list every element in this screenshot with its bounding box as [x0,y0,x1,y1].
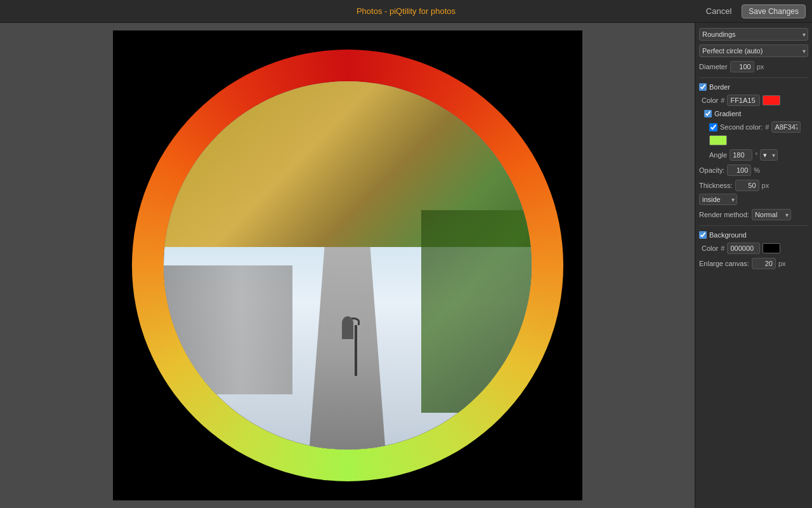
toolbar-right: Cancel Save Changes [701,0,806,22]
right-panel: Roundings Perfect circle (auto) Custom R… [695,23,812,508]
thickness-unit: px [762,182,769,189]
second-color-row: Second color: # [709,121,808,145]
border-checkbox-row: Border [699,83,808,91]
roundings-select[interactable]: Roundings [699,28,808,41]
person-silhouette [342,316,353,339]
diameter-label: Diameter [699,63,728,70]
window-title: Photos - piQtility for photos [357,6,455,16]
render-method-row: Render method: Normal Multiply Screen Ov… [699,209,808,220]
opacity-input[interactable] [727,164,751,176]
enlarge-canvas-input[interactable] [752,258,776,269]
bg-color-label: Color [702,244,718,252]
separator-1 [699,77,808,78]
circle-frame [132,50,563,481]
render-select[interactable]: Normal Multiply Screen Overlay [752,209,791,220]
bg-color-swatch[interactable] [763,243,780,253]
thickness-row: Thickness: px inside outside center [699,180,808,205]
opacity-unit: % [754,166,760,174]
enlarge-canvas-row: Enlarge canvas: px [699,258,808,269]
bg-hash: # [721,244,724,252]
thickness-label: Thickness: [699,182,733,189]
second-color-checkbox[interactable] [709,123,717,131]
title-app: piQtility for photos [390,6,455,16]
enlarge-canvas-label: Enlarge canvas: [699,260,749,267]
second-hex-input[interactable] [771,121,801,133]
border-color-row: Color # [702,95,808,106]
enlarge-unit: px [778,260,786,267]
titlebar: Photos - piQtility for photos Cancel Sav… [0,0,812,23]
title-static: Photos - [357,6,390,16]
inside-select[interactable]: inside outside center [699,194,737,205]
angle-row: Angle ° ▾ [709,149,808,161]
background-checkbox-row: Background [699,231,808,239]
render-method-label: Render method: [699,211,749,218]
border-hash: # [721,97,724,104]
photo-container [113,30,582,500]
gradient-checkbox-row: Gradient [704,110,808,117]
second-hash: # [765,123,769,131]
second-color-swatch[interactable] [709,135,727,145]
photo-scene [164,81,532,450]
background-checkbox[interactable] [699,231,707,239]
diameter-row: Diameter px [699,61,808,72]
border-color-swatch[interactable] [763,95,780,105]
roundings-row: Roundings [699,28,808,41]
circle-inner-mask [164,81,532,450]
road [310,247,386,450]
angle-label: Angle [709,151,727,159]
main-layout: Roundings Perfect circle (auto) Custom R… [0,23,812,508]
background-label: Background [709,231,747,239]
thickness-input[interactable] [735,180,759,191]
bg-hex-input[interactable] [727,243,760,254]
shape-row: Perfect circle (auto) Custom Rounded rec… [699,44,808,57]
roundings-select-wrapper: Roundings [699,28,808,41]
diameter-unit: px [757,63,764,70]
border-color-label: Color [702,97,718,104]
inside-select-wrapper: inside outside center [699,194,737,205]
border-hex-input[interactable] [727,95,760,106]
render-select-wrapper: Normal Multiply Screen Overlay [752,209,791,220]
save-changes-button[interactable]: Save Changes [742,4,806,18]
angle-input[interactable] [730,149,752,161]
angle-select[interactable]: ▾ [760,149,778,161]
left-wall [164,265,292,394]
shape-select[interactable]: Perfect circle (auto) Custom Rounded rec… [699,44,808,57]
angle-dropdown-wrapper: ▾ [760,149,778,161]
lamp-post [355,325,357,376]
shape-select-wrapper: Perfect circle (auto) Custom Rounded rec… [699,44,808,57]
opacity-row: Opacity: % [699,164,808,176]
degree-symbol: ° [755,152,757,159]
gradient-label: Gradient [714,110,741,117]
gradient-checkbox[interactable] [704,110,712,117]
border-checkbox[interactable] [699,83,707,91]
right-veg [421,210,532,413]
bg-color-row: Color # [702,243,808,254]
border-label: Border [709,83,730,91]
canvas-area [0,23,695,508]
separator-2 [699,225,808,226]
second-color-label: Second color: [720,123,763,131]
cancel-button[interactable]: Cancel [701,4,737,18]
diameter-input[interactable] [730,61,754,72]
opacity-label: Opacity: [699,166,724,174]
